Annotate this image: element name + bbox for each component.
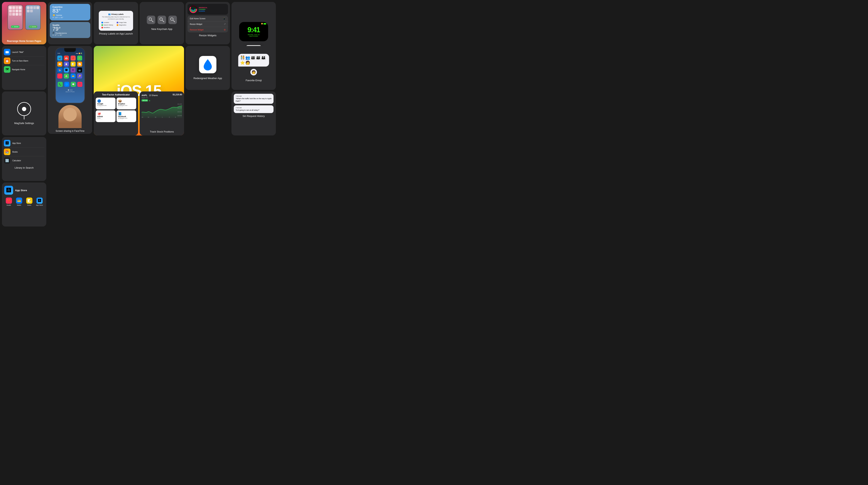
library-item-appstore[interactable]: 🅰 App Store (4, 139, 44, 148)
facebook-logo: 📘 (118, 112, 135, 116)
tfa-grid: 🔵 Google tim@gmail.com •••••• 📦 Dropbox … (96, 98, 136, 122)
tfa-facebook[interactable]: 📘 Facebook tim@apple.com •••••• (117, 110, 136, 122)
iphone-dock: 📞 🌐 💬 🎵 (56, 80, 85, 88)
siri-msg-1-text: "What's the traffic look like on the way… (236, 97, 272, 102)
privacy-card-label: Privacy Labels on App Launch (99, 32, 133, 35)
card-weather-widget: Cupertino 83° ☀️ Sunrise H: 100° L: 80° … (48, 2, 92, 44)
appstore-small-icon: 🅰 (36, 198, 43, 204)
app-books: 📚 (57, 67, 62, 72)
magsafe-stem (24, 116, 25, 119)
shortcut-item-maps[interactable]: 🗺 Navigate Home (4, 65, 44, 74)
privacy-item-diagnostics: Diagnostics (117, 24, 130, 26)
library-item-calculator[interactable]: 🔢 Calculator (4, 156, 44, 165)
dock-messages: 💬 (71, 82, 76, 87)
phone-icon: 📱 (223, 17, 226, 20)
google-logo: 🔵 (97, 99, 114, 103)
weather-app-icon (199, 56, 216, 73)
remove-icon: ⊖ (224, 28, 226, 31)
app-tv: 📺 (77, 67, 82, 72)
weather-widget-cupertino: Cupertino 83° ☀️ Sunrise H: 100° L: 80° (50, 4, 90, 21)
stocks-price: $1,210.80 (173, 93, 182, 97)
magsafe-icon-wrap (17, 102, 31, 116)
tfa-dots-2: •••••• (118, 106, 135, 108)
shortcut-item-mail[interactable]: ✉️ Launch "Mail" (4, 48, 44, 57)
card-2fa: Two-Factor Authenticator 🔵 Google tim@gm… (94, 91, 138, 135)
dock-item-appstore-small[interactable]: 🅰 App Store (35, 198, 44, 206)
card-favorite-emoji: 🧑‍🤝‍🧑 👥 👨‍👩‍👧 👨‍👩‍👦 👪 ⭐ 🧑 🧑 Favorite Emo… (231, 46, 276, 90)
appstore-large-label: App Store (15, 189, 27, 192)
svg-text:12: 12 (155, 117, 156, 118)
svg-text:119.49: 119.49 (177, 115, 182, 117)
menu-item-edit[interactable]: Edit Home Screen 📱 (187, 16, 228, 22)
card-privacy: 👥 Privacy Labels The following data may … (94, 2, 138, 44)
app-icon (19, 10, 22, 12)
svg-line-5 (162, 20, 164, 22)
shortcut-alarm-text: Turn on 8am Alarm (12, 60, 28, 62)
app-icon (33, 6, 36, 9)
stocks-company: Apple Inc. (142, 97, 149, 98)
app-icon (19, 6, 22, 9)
card-appstore-large: 🅰 App Store ❤️ Health 💳 Wallet 📝 (2, 182, 46, 226)
tfa-dropbox[interactable]: 📦 Dropbox tim@apple.com •••••• (117, 98, 136, 110)
svg-text:121.08: 121.08 (177, 103, 182, 105)
watch-date: Monday, June 22 (248, 34, 260, 35)
activity-rings (189, 5, 197, 13)
keychain-card-label: New Keychain App (151, 28, 172, 31)
dock-item-notes[interactable]: 📝 Notes (25, 198, 34, 206)
weather-range-2: H: 97° L: 85° (53, 34, 88, 36)
app-reminders: 📋 (64, 62, 69, 66)
delete-badge-1[interactable]: ✓ Delete (11, 26, 20, 28)
card-keychain: New Keychain App (140, 2, 184, 44)
iphone-time: 9:41 (58, 53, 60, 54)
stocks-change-row: +$7.80 ▲ (142, 99, 151, 101)
app-icon (9, 6, 12, 9)
app-keychain: 🔑 (77, 73, 82, 79)
library-item-books[interactable]: 📚 Books (4, 148, 44, 156)
tfa-google[interactable]: 🔵 Google tim@gmail.com •••••• (96, 98, 116, 110)
person-face (63, 108, 77, 121)
svg-text:3: 3 (175, 117, 176, 118)
siri-history-label: Siri Request History (243, 115, 265, 118)
key-svg-1 (148, 17, 154, 23)
ring-stat-1: 350/500CAL (199, 7, 207, 8)
wifi-icon: 📶 (261, 23, 263, 25)
shortcut-item-alarm[interactable]: ⏰ Turn on 8am Alarm (4, 57, 44, 65)
weather-temp-2: 79° (53, 26, 88, 32)
weather-widget-seattle: Seattle 79° ⛈ Thunderstorms H: 97° L: 85… (50, 22, 90, 38)
rings-svg (189, 5, 197, 13)
phone-screens: ✓ Delete (7, 5, 41, 30)
iphone-apps: 📹 📅 🔴 🟢 ✉️ 📋 📝 📈 📚 🅰 🎙 📺 ❤️ 🏠 (56, 55, 85, 80)
app-health: ❤️ (57, 73, 62, 79)
key-svg-3 (170, 17, 175, 23)
weather-range-1: H: 100° L: 80° (53, 17, 88, 19)
menu-item-remove[interactable]: Remove Widget ⊖ (187, 27, 228, 32)
privacy-item-identifiers: Identifiers (101, 27, 115, 28)
app-clock: 🟢 (77, 56, 82, 61)
emoji-person: 🧑 (245, 60, 250, 65)
dock-item-health[interactable]: ❤️ Health (4, 198, 13, 206)
iphone-status-icons: ●●● 📶 🔋 (76, 53, 83, 54)
dot-inactive (71, 90, 72, 90)
appstore-dock-grid: ❤️ Health 💳 Wallet 📝 Notes 🅰 App Store (4, 198, 44, 206)
svg-text:2: 2 (169, 117, 170, 118)
battery-icon (264, 23, 266, 25)
delete-badge-2[interactable]: ✓ Delete (29, 26, 37, 28)
tfa-github[interactable]: 🐙 Github tcook •••••• (96, 110, 116, 122)
card-magsafe: MagSafe Settings (2, 91, 46, 135)
svg-text:120.55: 120.55 (177, 107, 182, 109)
privacy-items: Location Usage Data Search History Diagn… (101, 22, 130, 28)
rearrange-label: Rearrange Home Screen Pages (2, 40, 46, 42)
stocks-ticker: AAPL (142, 94, 147, 96)
tfa-google-name: Google (97, 103, 114, 105)
menu-item-resize[interactable]: Resize Widget ↗ (187, 22, 228, 27)
app-facetime: 📹 (57, 56, 62, 61)
dock-item-wallet[interactable]: 💳 Wallet (14, 198, 24, 206)
iphone-notch (64, 48, 76, 52)
activity-widget-preview: 350/500CAL 15/30MIN 4/12HRS (187, 4, 228, 15)
app-notes: 📝 (71, 62, 75, 66)
app-icon (27, 6, 30, 9)
phone-screen-2: ✓ Delete (25, 5, 41, 30)
iphone-status-bar: 9:41 ●●● 📶 🔋 (56, 52, 85, 55)
magsafe-card-label: MagSafe Settings (14, 122, 34, 125)
ring-stat-2: 15/30MIN (199, 8, 207, 10)
